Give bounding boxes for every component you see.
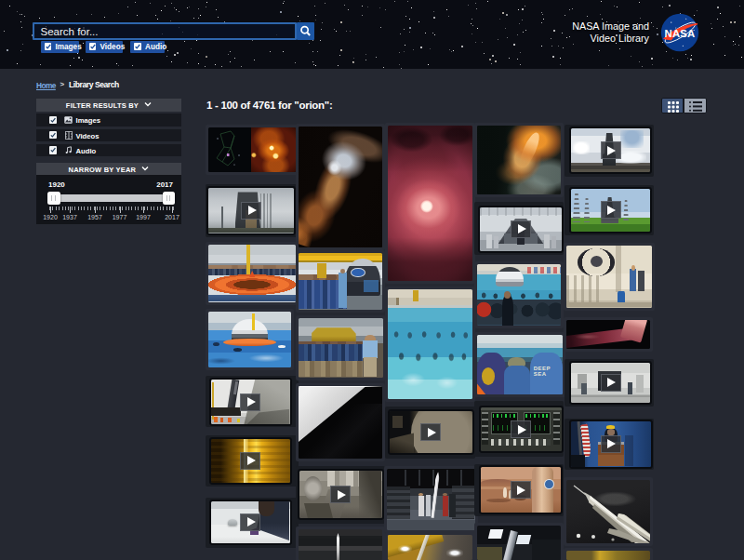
svg-text:NASA: NASA — [665, 28, 696, 39]
